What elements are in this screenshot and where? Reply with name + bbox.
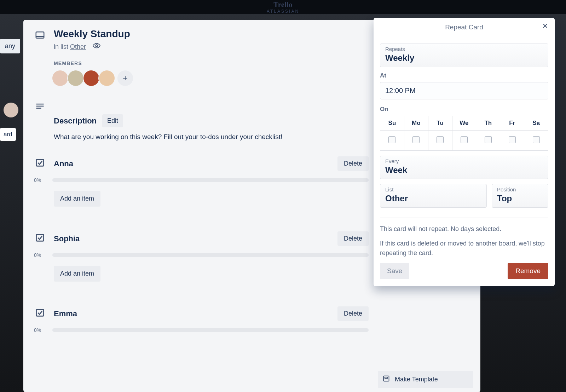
- day-header-fr: Fr: [500, 116, 524, 130]
- description-text[interactable]: What are you working on this week? Fill …: [54, 133, 369, 141]
- partial-card: ard: [0, 128, 16, 141]
- checklist-progress-percent: 0%: [34, 327, 46, 333]
- svg-rect-3: [36, 104, 44, 105]
- day-header-tu: Tu: [428, 116, 452, 130]
- every-value: Week: [385, 165, 407, 175]
- in-list-line: in list Other: [54, 42, 369, 51]
- repeat-warning-no-days: This card will not repeat. No days selec…: [380, 224, 548, 234]
- brand-sub: ATLASSIAN: [267, 9, 299, 14]
- description-icon: [34, 100, 46, 111]
- svg-rect-0: [36, 32, 44, 38]
- svg-rect-7: [36, 235, 44, 241]
- checklist-progress-percent: 0%: [34, 177, 46, 183]
- day-header-we: We: [452, 116, 476, 130]
- checklist-progress-bar: [52, 328, 369, 332]
- day-checkbox-th[interactable]: [485, 136, 492, 143]
- svg-rect-6: [36, 160, 44, 166]
- day-checkbox-tu[interactable]: [437, 136, 444, 143]
- checklist-progress-bar: [52, 253, 369, 257]
- repeat-remove-button[interactable]: Remove: [508, 263, 548, 279]
- divider: [380, 218, 548, 218]
- every-label: Every: [385, 158, 543, 164]
- add-checklist-item-button[interactable]: Add an item: [54, 266, 100, 282]
- svg-rect-5: [36, 108, 41, 109]
- day-checkbox-sa[interactable]: [533, 136, 540, 143]
- day-header-th: Th: [476, 116, 500, 130]
- popover-close-button[interactable]: [542, 23, 548, 31]
- edit-description-button[interactable]: Edit: [102, 114, 123, 127]
- board-name-fragment: any: [0, 39, 20, 53]
- position-label: Position: [497, 186, 543, 192]
- popover-title: Repeat Card: [445, 23, 483, 31]
- list-link[interactable]: Other: [70, 43, 86, 50]
- at-label: At: [380, 72, 548, 79]
- checklist-title[interactable]: Anna: [54, 159, 337, 168]
- day-header-mo: Mo: [404, 116, 428, 130]
- card-icon: [34, 28, 46, 40]
- day-header-su: Su: [380, 116, 404, 130]
- member-avatar[interactable]: [83, 70, 99, 86]
- svg-point-2: [96, 45, 98, 47]
- brand-name: Trello: [267, 1, 299, 9]
- position-field[interactable]: Position Top: [492, 184, 548, 208]
- checklist-title[interactable]: Emma: [54, 309, 337, 318]
- brand-logo: Trello ATLASSIAN: [267, 1, 299, 14]
- watch-icon[interactable]: [93, 42, 100, 50]
- svg-rect-10: [385, 377, 388, 378]
- at-time-input[interactable]: [380, 82, 548, 99]
- every-field[interactable]: Every Week: [380, 156, 548, 179]
- checklist-icon: [34, 156, 46, 168]
- on-label: On: [380, 106, 548, 113]
- card-title[interactable]: Weekly Standup: [54, 28, 369, 40]
- svg-rect-4: [36, 106, 44, 107]
- day-checkbox-su[interactable]: [388, 136, 395, 143]
- day-checkbox-fr[interactable]: [509, 136, 516, 143]
- template-icon: [383, 375, 390, 384]
- checklist-icon: [34, 231, 46, 243]
- list-value: Other: [385, 194, 408, 203]
- make-template-label: Make Template: [395, 376, 438, 383]
- checklist-progress-bar: [52, 178, 369, 182]
- repeats-label: Repeats: [385, 46, 543, 52]
- delete-checklist-button[interactable]: Delete: [337, 306, 369, 321]
- members-label: MEMBERS: [54, 60, 369, 66]
- in-list-prefix: in list: [54, 43, 70, 50]
- delete-checklist-button[interactable]: Delete: [337, 156, 369, 171]
- list-field[interactable]: List Other: [380, 184, 487, 208]
- member-avatar[interactable]: [52, 70, 68, 86]
- checklist-icon: [34, 306, 46, 318]
- repeats-value: Weekly: [385, 53, 414, 63]
- repeat-card-popover: Repeat Card Repeats Weekly At On Su Mo T…: [374, 18, 555, 286]
- description-heading: Description: [54, 116, 97, 126]
- svg-rect-8: [36, 310, 44, 316]
- day-checkbox-mo[interactable]: [412, 136, 420, 143]
- day-header-sa: Sa: [524, 116, 548, 130]
- days-table: Su Mo Tu We Th Fr Sa: [380, 116, 548, 151]
- member-avatar[interactable]: [99, 70, 115, 86]
- checklist-title[interactable]: Sophia: [54, 234, 337, 243]
- position-value: Top: [497, 194, 512, 203]
- repeat-save-button[interactable]: Save: [380, 263, 409, 279]
- day-checkbox-we[interactable]: [461, 136, 468, 143]
- member-avatar[interactable]: [68, 70, 83, 86]
- list-label: List: [385, 186, 481, 192]
- checklist-progress-percent: 0%: [34, 252, 46, 258]
- add-member-button[interactable]: +: [117, 70, 133, 86]
- repeats-field[interactable]: Repeats Weekly: [380, 44, 548, 67]
- delete-checklist-button[interactable]: Delete: [337, 231, 369, 246]
- repeat-warning-delete: If this card is deleted or moved to anot…: [380, 239, 548, 258]
- board-member-avatar: [4, 103, 18, 117]
- add-checklist-item-button[interactable]: Add an item: [54, 191, 100, 207]
- make-template-button[interactable]: Make Template: [378, 371, 473, 388]
